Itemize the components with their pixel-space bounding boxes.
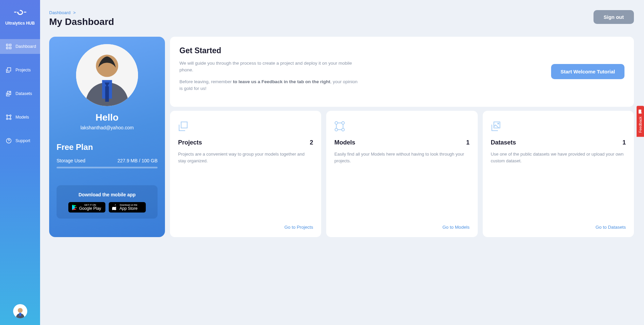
signout-button[interactable]: Sign out: [594, 10, 634, 24]
sidebar: Ultralytics HUB Dashboard Projects Datas…: [0, 0, 40, 325]
datasets-title: Datasets: [491, 139, 516, 146]
svg-rect-24: [494, 122, 500, 128]
download-section: Download the mobile app GET IT ONGoogle …: [57, 185, 158, 219]
svg-point-8: [6, 115, 8, 116]
projects-count: 2: [310, 139, 313, 146]
nav-label: Models: [15, 115, 29, 120]
datasets-card-icon: [491, 121, 626, 133]
dashboard-icon: [6, 44, 11, 49]
svg-point-23: [342, 128, 344, 131]
get-started-title: Get Started: [179, 46, 361, 55]
svg-point-7: [9, 92, 10, 93]
hello-text: Hello: [57, 112, 158, 123]
go-to-models-link[interactable]: Go to Models: [334, 225, 469, 230]
nav-label: Dashboard: [15, 44, 36, 49]
svg-rect-2: [9, 44, 11, 46]
projects-card-icon: [178, 121, 313, 133]
google-play-icon: [72, 204, 77, 210]
page-title: My Dashboard: [49, 17, 114, 27]
feedback-icon: [638, 109, 643, 114]
breadcrumb[interactable]: Dashboard >: [49, 10, 114, 15]
user-email: lakshanthad@yahoo.com: [57, 125, 158, 130]
svg-point-0: [17, 12, 19, 13]
models-icon: [6, 115, 11, 120]
storage-label: Storage Used: [57, 158, 86, 163]
get-started-text2: Before leaving, remember to leave us a F…: [179, 78, 361, 92]
models-desc: Easily find all your Models here without…: [334, 151, 469, 218]
projects-desc: Projects are a convenient way to group y…: [178, 151, 313, 218]
get-started-card: Get Started We will guide you through th…: [170, 37, 634, 107]
nav-projects[interactable]: Projects: [0, 63, 40, 77]
app-name: Ultralytics HUB: [3, 21, 37, 26]
datasets-card: Datasets 1 Use one of the public dataset…: [483, 111, 634, 237]
svg-rect-5: [7, 68, 11, 71]
go-to-projects-link[interactable]: Go to Projects: [178, 225, 313, 230]
user-avatar-small[interactable]: [13, 304, 27, 318]
nav: Dashboard Projects Datasets Models Suppo…: [0, 39, 40, 304]
svg-rect-19: [181, 122, 187, 128]
nav-datasets[interactable]: Datasets: [0, 86, 40, 101]
app-store-button[interactable]: Download on theApp Store: [109, 202, 146, 213]
storage-value: 227.9 MB / 100 GB: [117, 158, 158, 163]
svg-rect-3: [6, 47, 8, 49]
svg-point-25: [498, 123, 499, 124]
datasets-desc: Use one of the public datasets we have p…: [491, 151, 626, 218]
logo[interactable]: Ultralytics HUB: [0, 0, 40, 32]
svg-point-10: [6, 118, 8, 120]
plan-name: Free Plan: [57, 142, 158, 152]
models-title: Models: [334, 139, 355, 146]
support-icon: [6, 138, 11, 143]
svg-rect-1: [6, 44, 8, 46]
svg-rect-26: [639, 109, 641, 113]
svg-rect-18: [105, 86, 109, 102]
svg-rect-6: [7, 91, 11, 95]
nav-label: Datasets: [15, 91, 32, 96]
projects-title: Projects: [178, 139, 202, 146]
feedback-tab[interactable]: Feedback: [637, 106, 644, 137]
models-count: 1: [466, 139, 470, 146]
nav-support[interactable]: Support: [0, 133, 40, 148]
google-play-button[interactable]: GET IT ONGoogle Play: [68, 202, 105, 213]
storage-progress: [57, 167, 158, 168]
svg-rect-4: [9, 47, 11, 49]
download-title: Download the mobile app: [61, 192, 154, 197]
nav-models[interactable]: Models: [0, 110, 40, 125]
svg-point-22: [335, 128, 338, 131]
main-content: Dashboard > My Dashboard Sign out Hello …: [40, 0, 644, 325]
datasets-icon: [6, 91, 11, 96]
logo-icon: [13, 9, 27, 17]
svg-point-21: [342, 122, 344, 124]
svg-point-11: [10, 118, 11, 120]
header: Dashboard > My Dashboard Sign out: [49, 10, 634, 27]
models-card-icon: [334, 121, 469, 133]
projects-card: Projects 2 Projects are a convenient way…: [170, 111, 321, 237]
profile-card: Hello lakshanthad@yahoo.com Free Plan St…: [49, 37, 165, 237]
models-card: Models 1 Easily find all your Models her…: [326, 111, 477, 237]
user-avatar: [76, 44, 138, 106]
svg-point-9: [10, 115, 11, 116]
nav-dashboard[interactable]: Dashboard: [0, 39, 40, 54]
projects-icon: [6, 67, 11, 73]
go-to-datasets-link[interactable]: Go to Datasets: [491, 225, 626, 230]
svg-rect-14: [19, 313, 21, 316]
datasets-count: 1: [622, 139, 626, 146]
svg-point-13: [18, 308, 22, 313]
get-started-text1: We will guide you through the process to…: [179, 60, 361, 74]
start-tutorial-button[interactable]: Start Welcome Tutorial: [551, 64, 624, 79]
nav-label: Support: [15, 138, 30, 143]
svg-point-20: [335, 122, 338, 124]
nav-label: Projects: [15, 68, 31, 72]
apple-icon: [112, 204, 117, 210]
